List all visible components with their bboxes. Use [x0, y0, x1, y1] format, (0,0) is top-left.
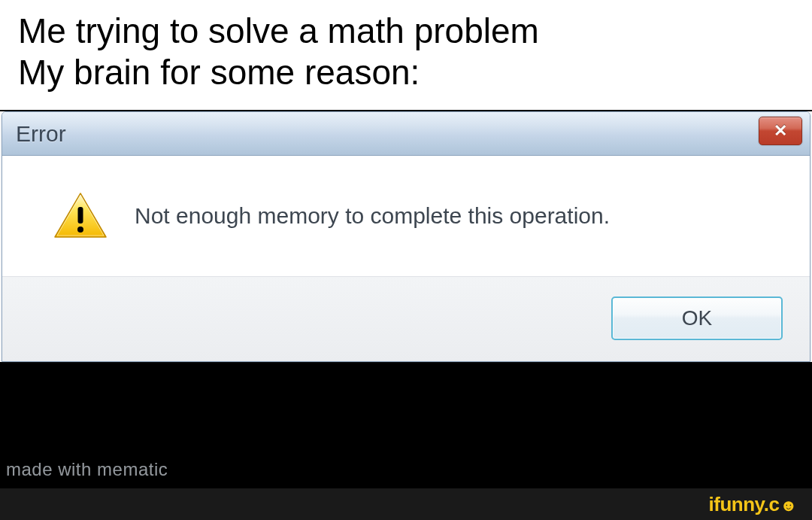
- caption-line-1: Me trying to solve a math problem: [18, 11, 794, 52]
- caption-line-2: My brain for some reason:: [18, 52, 794, 93]
- close-icon: ✕: [774, 121, 787, 141]
- ok-button-label: OK: [682, 306, 712, 330]
- ifunny-bar: ifunny.c☻: [0, 488, 812, 520]
- svg-rect-0: [78, 207, 83, 224]
- dialog-title: Error: [16, 121, 66, 147]
- dialog-screenshot-area: Error ✕: [0, 111, 812, 362]
- warning-icon: [53, 192, 108, 240]
- dialog-titlebar: Error ✕: [2, 112, 810, 156]
- dialog-footer: OK: [2, 276, 810, 361]
- close-button[interactable]: ✕: [759, 117, 802, 145]
- caption-area: Me trying to solve a math problem My bra…: [0, 0, 812, 110]
- error-message: Not enough memory to complete this opera…: [135, 203, 610, 229]
- mematic-watermark: made with mematic: [6, 459, 168, 480]
- error-dialog: Error ✕: [2, 111, 810, 362]
- ifunny-smile-icon: ☻: [780, 496, 797, 515]
- ifunny-text: ifunny.c: [709, 493, 780, 515]
- dialog-body: Not enough memory to complete this opera…: [2, 156, 810, 276]
- ifunny-logo: ifunny.c☻: [709, 493, 797, 516]
- ok-button[interactable]: OK: [611, 296, 783, 340]
- svg-point-1: [77, 227, 83, 233]
